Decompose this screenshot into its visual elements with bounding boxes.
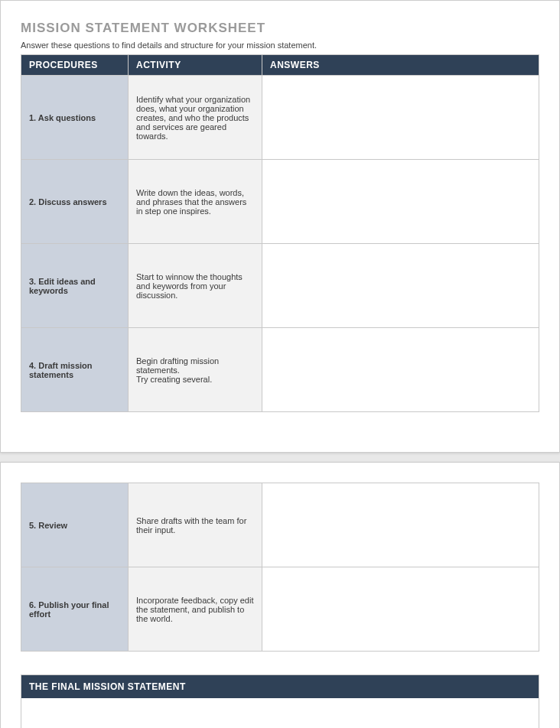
answers-cell[interactable] <box>262 160 539 244</box>
answers-cell[interactable] <box>262 567 539 652</box>
table-row: 1. Ask questions Identify what your orga… <box>21 76 539 160</box>
table-header-row: PROCEDURES ACTIVITY ANSWERS <box>21 55 539 76</box>
procedure-cell: 2. Discuss answers <box>21 160 129 244</box>
procedure-cell: 1. Ask questions <box>21 76 129 160</box>
procedure-cell: 4. Draft mission statements <box>21 328 129 412</box>
activity-cell: Begin drafting mission statements.Try cr… <box>129 328 262 412</box>
answers-cell[interactable] <box>262 328 539 412</box>
answers-cell[interactable] <box>262 76 539 160</box>
procedure-cell: 5. Review <box>21 483 129 567</box>
activity-cell: Identify what your organization does, wh… <box>129 76 262 160</box>
answers-cell[interactable] <box>262 244 539 328</box>
activity-cell: Incorporate feedback, copy edit the stat… <box>129 567 262 652</box>
worksheet-table-continued: 5. Review Share drafts with the team for… <box>21 483 539 652</box>
answers-cell[interactable] <box>262 483 539 567</box>
table-row: 5. Review Share drafts with the team for… <box>21 483 539 567</box>
activity-cell: Start to winnow the thoughts and keyword… <box>129 244 262 328</box>
table-row: 4. Draft mission statements Begin drafti… <box>21 328 539 412</box>
procedure-cell: 3. Edit ideas and keywords <box>21 244 129 328</box>
header-activity: ACTIVITY <box>129 55 262 76</box>
worksheet-title: MISSION STATEMENT WORKSHEET <box>21 21 539 36</box>
table-row: 3. Edit ideas and keywords Start to winn… <box>21 244 539 328</box>
activity-cell: Share drafts with the team for their inp… <box>129 483 262 567</box>
final-statement-header: THE FINAL MISSION STATEMENT <box>21 674 539 698</box>
activity-cell: Write down the ideas, words, and phrases… <box>129 160 262 244</box>
table-row: 2. Discuss answers Write down the ideas,… <box>21 160 539 244</box>
document-page-2: 5. Review Share drafts with the team for… <box>0 462 560 728</box>
procedure-cell: 6. Publish your final effort <box>21 567 129 652</box>
worksheet-table: PROCEDURES ACTIVITY ANSWERS 1. Ask quest… <box>21 54 539 412</box>
table-row: 6. Publish your final effort Incorporate… <box>21 567 539 652</box>
final-statement-body[interactable] <box>21 698 539 728</box>
header-answers: ANSWERS <box>262 55 539 76</box>
document-page-1: MISSION STATEMENT WORKSHEET Answer these… <box>0 0 560 453</box>
worksheet-subtitle: Answer these questions to find details a… <box>21 41 539 50</box>
header-procedures: PROCEDURES <box>21 55 129 76</box>
